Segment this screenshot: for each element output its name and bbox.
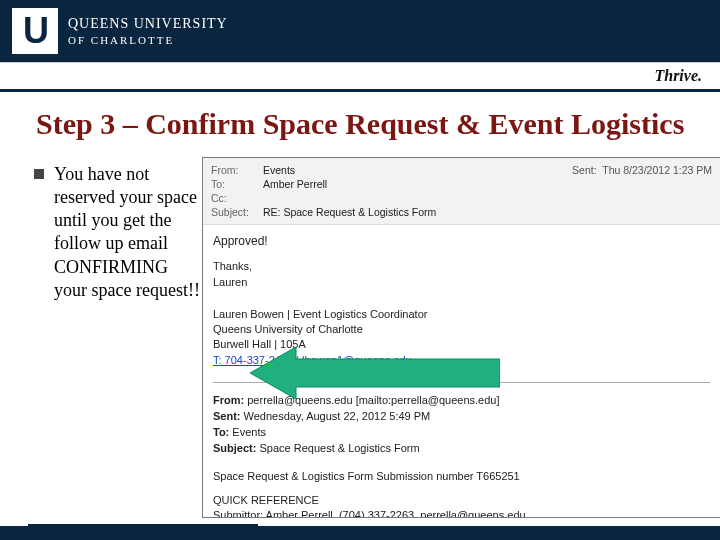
header-band: U QUEENS UNIVERSITY OF CHARLOTTE bbox=[0, 0, 720, 62]
fwd-subject-value: Space Request & Logistics Form bbox=[259, 442, 419, 454]
university-line2: OF CHARLOTTE bbox=[68, 34, 228, 46]
bullet-column: You have not reserved your space until y… bbox=[34, 157, 202, 518]
slide: U QUEENS UNIVERSITY OF CHARLOTTE Thrive.… bbox=[0, 0, 720, 540]
bullet-item: You have not reserved your space until y… bbox=[34, 163, 202, 301]
to-value: Amber Perrell bbox=[263, 178, 712, 190]
university-line1: QUEENS UNIVERSITY bbox=[68, 16, 228, 32]
fwd-to-value: Events bbox=[232, 426, 266, 438]
email-pane: From: Events Sent: Thu 8/23/2012 1:23 PM… bbox=[202, 157, 720, 518]
signer-name: Lauren bbox=[213, 275, 710, 291]
footer-rule-wrap bbox=[0, 518, 720, 526]
page-title: Step 3 – Confirm Space Request & Event L… bbox=[0, 92, 720, 147]
sig-name-title: Lauren Bowen | Event Logistics Coordinat… bbox=[213, 307, 710, 322]
forwarded-header: From: perrella@queens.edu [mailto:perrel… bbox=[213, 393, 710, 457]
subject-value: RE: Space Request & Logistics Form bbox=[263, 206, 712, 218]
bullet-text: You have not reserved your space until y… bbox=[54, 163, 202, 301]
sig-org: Queens University of Charlotte bbox=[213, 322, 710, 337]
thrive-tagline: Thrive. bbox=[654, 67, 702, 85]
qr-submitter: Submittor: Amber Perrell, (704) 337-2263… bbox=[213, 508, 710, 518]
sent-value: Sent: Thu 8/23/2012 1:23 PM bbox=[572, 164, 712, 176]
submission-number: Space Request & Logistics Form Submissio… bbox=[213, 469, 710, 485]
to-label: To: bbox=[211, 178, 263, 190]
from-value: Events bbox=[263, 164, 572, 176]
from-label: From: bbox=[211, 164, 263, 176]
arrow-callout-icon bbox=[250, 347, 500, 399]
logo-u-icon: U bbox=[23, 10, 47, 52]
approved-line: Approved! bbox=[213, 233, 710, 250]
fwd-sent-value: Wednesday, August 22, 2012 5:49 PM bbox=[244, 410, 431, 422]
fwd-sent-label: Sent: bbox=[213, 410, 241, 422]
quickref-title: QUICK REFERENCE bbox=[213, 493, 710, 508]
email-column: From: Events Sent: Thu 8/23/2012 1:23 PM… bbox=[202, 157, 720, 518]
email-header: From: Events Sent: Thu 8/23/2012 1:23 PM… bbox=[203, 158, 720, 225]
slide-body: You have not reserved your space until y… bbox=[0, 147, 720, 518]
subject-label: Subject: bbox=[211, 206, 263, 218]
cc-label: Cc: bbox=[211, 192, 263, 204]
bullet-square-icon bbox=[34, 169, 44, 179]
svg-marker-0 bbox=[250, 347, 500, 399]
fwd-from-label: From: bbox=[213, 394, 244, 406]
quick-reference: QUICK REFERENCE Submittor: Amber Perrell… bbox=[213, 493, 710, 518]
cc-value bbox=[263, 192, 712, 204]
logo-box: U bbox=[12, 8, 58, 54]
thanks-line: Thanks, bbox=[213, 259, 710, 275]
fwd-subject-label: Subject: bbox=[213, 442, 256, 454]
footer-band bbox=[0, 526, 720, 540]
thrive-band: Thrive. bbox=[0, 62, 720, 92]
fwd-to-label: To: bbox=[213, 426, 229, 438]
university-name: QUEENS UNIVERSITY OF CHARLOTTE bbox=[68, 16, 228, 46]
